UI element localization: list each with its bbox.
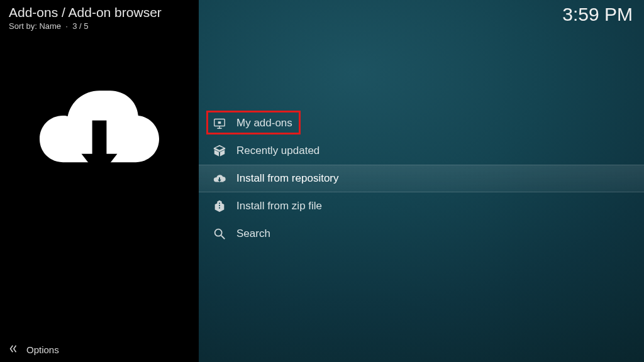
sort-status: Sort by: Name · 3 / 5 — [9, 21, 191, 31]
list-item[interactable]: Recently updated — [199, 137, 644, 165]
list-item[interactable]: Install from zip file — [199, 192, 644, 220]
list-item-label: My add-ons — [236, 117, 292, 129]
list-item[interactable]: Search — [199, 220, 644, 248]
list-item-label: Recently updated — [236, 145, 319, 157]
list-item-label: Install from repository — [236, 172, 339, 185]
svg-rect-7 — [219, 205, 220, 206]
clock: 3:59 PM — [562, 4, 633, 25]
sort-value: Name — [39, 21, 61, 31]
svg-point-9 — [215, 229, 222, 236]
box-icon — [213, 144, 226, 158]
zip-icon — [213, 199, 226, 213]
breadcrumb: Add-ons / Add-on browser — [9, 5, 191, 20]
options-label: Options — [26, 344, 59, 355]
monitor-icon — [213, 116, 226, 130]
addon-browser-list: My add-onsRecently updatedInstall from r… — [199, 109, 644, 248]
sort-label: Sort by: — [9, 21, 37, 31]
sort-sep: · — [65, 21, 68, 31]
list-item[interactable]: Install from repository — [199, 165, 644, 192]
svg-marker-1 — [82, 154, 118, 177]
list-item-label: Search — [236, 228, 270, 240]
category-cloud-download-icon — [0, 82, 199, 186]
search-icon — [213, 227, 226, 241]
list-item-label: Install from zip file — [236, 200, 322, 212]
options-icon — [8, 343, 19, 356]
cloud-down-icon — [213, 172, 226, 185]
svg-rect-6 — [219, 203, 220, 204]
svg-line-10 — [221, 236, 225, 239]
options-button[interactable]: Options — [0, 337, 199, 362]
header: Add-ons / Add-on browser Sort by: Name ·… — [0, 0, 199, 33]
list-position: 3 / 5 — [72, 21, 88, 31]
svg-rect-8 — [219, 207, 220, 209]
list-item[interactable]: My add-ons — [199, 109, 644, 137]
content-area: 3:59 PM My add-onsRecently updatedInstal… — [199, 0, 644, 362]
sidebar: Add-ons / Add-on browser Sort by: Name ·… — [0, 0, 199, 362]
svg-rect-5 — [218, 121, 221, 124]
svg-rect-0 — [92, 121, 107, 158]
